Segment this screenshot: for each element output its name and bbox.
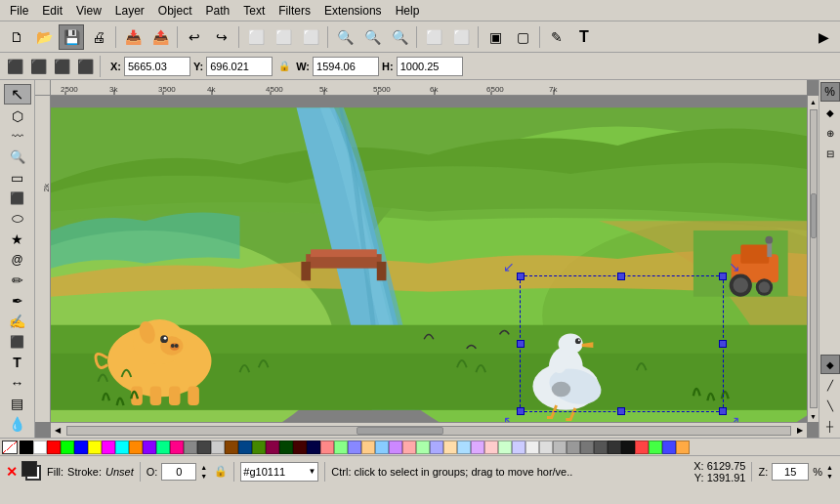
snap-bottom-2[interactable]: ╱ [820, 375, 840, 395]
calligraphy-tool-button[interactable]: ✍ [4, 313, 31, 331]
more-button[interactable]: ▶ [811, 24, 836, 50]
palette-color-29[interactable] [416, 441, 430, 454]
palette-color-24[interactable] [348, 441, 361, 454]
scroll-down-arrow[interactable]: ▼ [809, 410, 819, 422]
duplicate-button[interactable]: ⬜ [421, 24, 446, 50]
paste-in-place-button[interactable]: ⬜ [298, 24, 323, 50]
copy-style-button[interactable]: ⬜ [243, 24, 269, 50]
ellipse-tool-button[interactable]: ⬭ [4, 209, 31, 228]
w-input[interactable] [313, 57, 379, 76]
print-button[interactable]: 🖨 [86, 24, 111, 50]
scroll-thumb-v[interactable] [811, 193, 817, 238]
group-button[interactable]: ▣ [483, 24, 508, 50]
menu-help[interactable]: Help [390, 2, 426, 20]
palette-color-44[interactable] [621, 441, 635, 454]
snap-nodes-button[interactable]: ◆ [820, 103, 840, 122]
snap-bottom-4[interactable]: ┼ [820, 416, 840, 436]
scroll-left-arrow[interactable]: ◀ [51, 424, 64, 438]
palette-color-45[interactable] [635, 441, 649, 454]
import-button[interactable]: 📥 [120, 24, 146, 50]
palette-color-12[interactable] [184, 441, 197, 454]
menu-layer[interactable]: Layer [109, 2, 150, 20]
scrollbar-horizontal[interactable]: ◀ ▶ [51, 422, 807, 438]
align-justify-button[interactable]: ⬛ [74, 56, 96, 77]
paint-bucket-button[interactable]: ⬛ [4, 333, 31, 352]
palette-color-33[interactable] [471, 441, 484, 454]
align-right-button[interactable]: ⬛ [51, 56, 72, 77]
palette-color-16[interactable] [238, 441, 252, 454]
scrollbar-vertical[interactable]: ▲ ▼ [807, 96, 819, 422]
palette-color-34[interactable] [484, 441, 498, 454]
canvas-drawing-area[interactable]: ↙ ↘ ↖ ↗ [51, 96, 807, 422]
undo-button[interactable]: ↩ [182, 24, 207, 50]
palette-color-0[interactable] [20, 441, 33, 454]
menu-file[interactable]: File [4, 2, 34, 20]
star-tool-button[interactable]: ★ [4, 230, 31, 248]
scroll-up-arrow[interactable]: ▲ [809, 96, 819, 107]
ungroup-button[interactable]: ▢ [510, 24, 535, 50]
menu-path[interactable]: Path [200, 2, 236, 20]
scroll-thumb-h[interactable] [357, 427, 443, 435]
palette-color-3[interactable] [61, 441, 74, 454]
scroll-track-h[interactable] [66, 426, 791, 436]
pen-tool-button[interactable]: ✒ [4, 292, 31, 311]
text-tool-left-button[interactable]: T [4, 354, 31, 372]
opacity-down[interactable]: ▼ [200, 472, 210, 481]
palette-color-6[interactable] [102, 441, 115, 454]
palette-color-21[interactable] [307, 441, 320, 454]
clone-button[interactable]: ⬜ [448, 24, 474, 50]
palette-color-23[interactable] [334, 441, 348, 454]
align-center-button[interactable]: ⬛ [27, 56, 49, 77]
palette-color-14[interactable] [211, 441, 225, 454]
snap-bbox-button[interactable]: ⊕ [820, 123, 840, 143]
menu-object[interactable]: Object [152, 2, 198, 20]
palette-color-42[interactable] [594, 441, 608, 454]
open-button[interactable]: 📂 [31, 24, 57, 50]
paste-style-button[interactable]: ⬜ [271, 24, 296, 50]
menu-extensions[interactable]: Extensions [318, 2, 388, 20]
zoom-draw-button[interactable]: 🔍 [359, 24, 385, 50]
opacity-input[interactable] [161, 463, 196, 481]
palette-color-18[interactable] [266, 441, 279, 454]
palette-color-39[interactable] [553, 441, 567, 454]
gradient-tool-button[interactable]: ▤ [4, 395, 31, 413]
zoom-input[interactable] [772, 463, 809, 481]
palette-color-38[interactable] [539, 441, 553, 454]
palette-color-35[interactable] [498, 441, 512, 454]
h-input[interactable] [397, 57, 463, 76]
palette-color-26[interactable] [375, 441, 389, 454]
palette-color-36[interactable] [512, 441, 525, 454]
node-tool-button[interactable]: ⬡ [4, 106, 31, 125]
tweak-tool-button[interactable]: 〰 [4, 127, 31, 146]
palette-color-48[interactable] [676, 441, 690, 454]
palette-color-37[interactable] [525, 441, 539, 454]
xml-editor-button[interactable]: ✎ [544, 24, 569, 50]
pencil-tool-button[interactable]: ✏ [4, 272, 31, 290]
palette-color-10[interactable] [156, 441, 170, 454]
palette-color-27[interactable] [389, 441, 402, 454]
select-tool-button[interactable]: ↖ [4, 84, 31, 105]
fill-swatch[interactable] [21, 461, 37, 477]
palette-color-13[interactable] [197, 441, 211, 454]
dropper-tool-button[interactable]: 💧 [4, 415, 31, 434]
opacity-up[interactable]: ▲ [200, 463, 210, 472]
3d-box-tool-button[interactable]: ⬛ [4, 189, 31, 207]
lock-ratio-button[interactable]: 🔒 [275, 58, 293, 75]
menu-view[interactable]: View [70, 2, 107, 20]
x-input[interactable] [124, 57, 190, 76]
save-button[interactable]: 💾 [59, 24, 84, 50]
rect-tool-button[interactable]: ▭ [4, 168, 31, 187]
canvas-container[interactable]: 2500 3k 3500 4k 4500 5k 5500 6k 6500 7k [35, 80, 819, 438]
palette-color-8[interactable] [129, 441, 143, 454]
snap-enable-button[interactable]: % [820, 82, 840, 102]
scroll-right-arrow[interactable]: ▶ [793, 424, 807, 438]
connector-tool-button[interactable]: ↔ [4, 374, 31, 393]
snap-to-path-button[interactable]: ⊟ [820, 144, 840, 163]
palette-color-47[interactable] [662, 441, 676, 454]
object-id-combo[interactable]: #g10111 ▼ [240, 462, 318, 482]
palette-color-15[interactable] [225, 441, 238, 454]
palette-color-46[interactable] [649, 441, 662, 454]
palette-color-1[interactable] [33, 441, 47, 454]
palette-color-40[interactable] [567, 441, 580, 454]
palette-color-5[interactable] [88, 441, 102, 454]
